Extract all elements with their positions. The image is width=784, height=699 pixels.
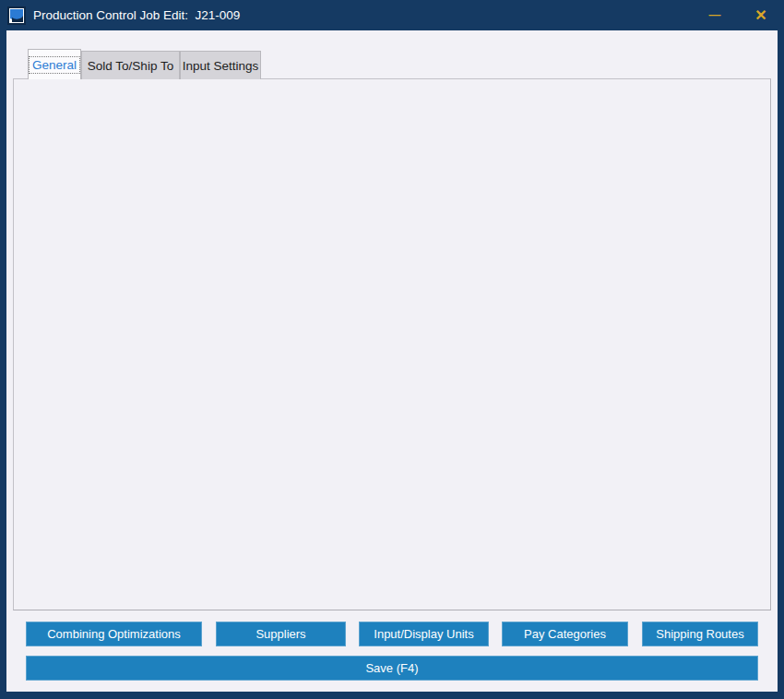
close-button[interactable]: ✕ — [742, 0, 779, 30]
tab-input-settings[interactable]: Input Settings — [180, 51, 261, 79]
tab-panel-general — [13, 78, 771, 610]
tab-input-settings-label: Input Settings — [183, 59, 259, 73]
dialog-body: General Sold To/Ship To Input Settings J… — [6, 30, 778, 692]
combining-optimizations-button[interactable]: Combining Optimizations — [26, 622, 202, 646]
pay-categories-button[interactable]: Pay Categories — [502, 622, 628, 646]
app-icon — [7, 6, 26, 25]
titlebar[interactable]: Production Control Job Edit: J21-009 ─ ✕ — [0, 0, 784, 30]
input-display-units-button[interactable]: Input/Display Units — [359, 622, 489, 646]
suppliers-button[interactable]: Suppliers — [216, 622, 346, 646]
tab-general-label: General — [29, 56, 80, 74]
save-button[interactable]: Save (F4) — [26, 656, 758, 681]
minimize-button[interactable]: ─ — [696, 0, 733, 30]
dialog-window: Production Control Job Edit: J21-009 ─ ✕… — [0, 0, 784, 699]
window-title: Production Control Job Edit: J21-009 — [33, 8, 240, 22]
tab-sold-to-ship-to-label: Sold To/Ship To — [88, 59, 173, 73]
shipping-routes-button[interactable]: Shipping Routes — [642, 622, 758, 646]
tab-sold-to-ship-to[interactable]: Sold To/Ship To — [81, 51, 180, 79]
tab-general[interactable]: General — [28, 49, 81, 79]
